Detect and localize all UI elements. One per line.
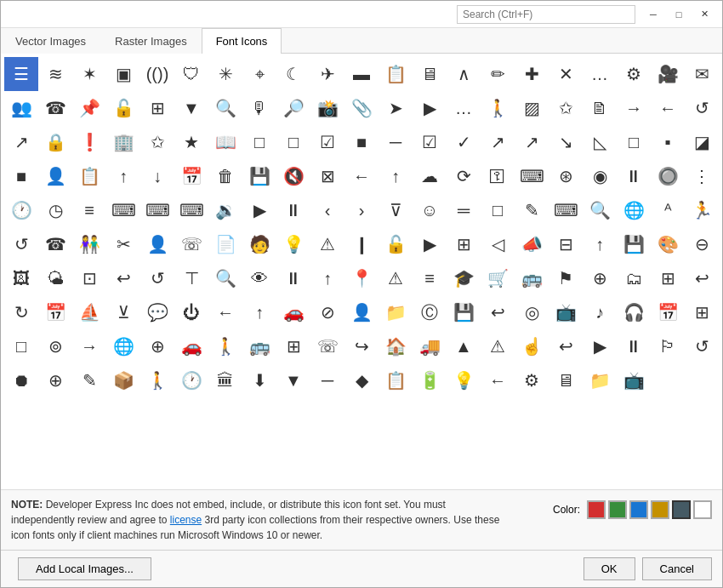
icon-cell[interactable]: ⚠: [310, 227, 344, 261]
icon-cell[interactable]: ☎: [38, 91, 72, 125]
icon-cell[interactable]: ⊤: [174, 261, 208, 295]
icon-cell[interactable]: 🌤: [38, 261, 72, 295]
icon-cell[interactable]: 📅: [174, 159, 208, 193]
icon-cell[interactable]: ⊕: [583, 261, 617, 295]
icon-cell[interactable]: ⊠: [310, 159, 344, 193]
icon-cell[interactable]: 🎓: [447, 261, 481, 295]
icon-cell[interactable]: ⏺: [4, 363, 38, 397]
icon-cell[interactable]: ⊛: [549, 159, 583, 193]
icon-cell[interactable]: ⌨: [106, 193, 140, 227]
icon-cell[interactable]: ⊚: [38, 329, 72, 363]
license-link[interactable]: license: [170, 514, 202, 526]
icon-cell[interactable]: 🏃: [685, 193, 719, 227]
icon-cell[interactable]: ⌨: [549, 193, 583, 227]
icon-cell[interactable]: ↻: [4, 295, 38, 329]
icon-cell[interactable]: ✩: [549, 91, 583, 125]
icon-cell[interactable]: ←: [344, 159, 379, 193]
icon-cell[interactable]: 🛒: [481, 261, 515, 295]
icon-cell[interactable]: ☁: [413, 159, 447, 193]
icon-cell[interactable]: ⌨: [515, 159, 549, 193]
icon-cell[interactable]: 🔘: [651, 159, 685, 193]
icon-cell[interactable]: 🚗: [276, 295, 310, 329]
icon-cell[interactable]: ↑: [310, 261, 344, 295]
icon-cell[interactable]: ◆: [344, 363, 379, 397]
icon-cell[interactable]: 🖼: [4, 261, 38, 295]
tab-raster-images[interactable]: Raster Images: [100, 28, 202, 54]
icon-cell[interactable]: 🚚: [413, 329, 447, 363]
icon-cell[interactable]: ↺: [4, 227, 38, 261]
icon-cell[interactable]: ↑: [106, 159, 140, 193]
icon-cell[interactable]: ↩: [685, 261, 719, 295]
icon-cell[interactable]: ☑: [310, 125, 344, 159]
icon-cell[interactable]: ⊽: [379, 193, 413, 227]
icon-cell[interactable]: ↓: [140, 159, 174, 193]
icon-cell[interactable]: ⊡: [72, 261, 106, 295]
icon-cell[interactable]: …: [583, 57, 617, 91]
icon-cell[interactable]: (()): [140, 57, 174, 91]
icon-cell[interactable]: 🗎: [583, 91, 617, 125]
icon-cell[interactable]: ▶: [242, 193, 276, 227]
icon-cell[interactable]: 📎: [344, 91, 379, 125]
icon-cell[interactable]: 🕐: [174, 363, 208, 397]
icon-cell[interactable]: 🎨: [651, 227, 685, 261]
icon-cell[interactable]: 🔓: [106, 91, 140, 125]
icon-cell[interactable]: ⊞: [140, 91, 174, 125]
icon-cell[interactable]: 🗂: [617, 261, 651, 295]
icon-cell[interactable]: …: [447, 91, 481, 125]
icon-cell[interactable]: ↩: [106, 261, 140, 295]
icon-cell[interactable]: ✩: [140, 125, 174, 159]
icon-cell[interactable]: Ⓒ: [413, 295, 447, 329]
icon-cell[interactable]: ≡: [413, 261, 447, 295]
icon-cell[interactable]: ➤: [379, 91, 413, 125]
cancel-button[interactable]: Cancel: [642, 557, 712, 580]
icon-cell[interactable]: ◪: [685, 125, 719, 159]
tab-font-icons[interactable]: Font Icons: [202, 28, 282, 54]
icon-cell[interactable]: ☾: [276, 57, 310, 91]
color-swatch[interactable]: [693, 500, 712, 519]
icon-cell[interactable]: ↑: [242, 295, 276, 329]
icon-cell[interactable]: ▼: [174, 91, 208, 125]
icon-cell[interactable]: □: [276, 125, 310, 159]
icon-cell[interactable]: 🏛: [208, 363, 242, 397]
icon-cell[interactable]: 🎙: [242, 91, 276, 125]
color-swatch[interactable]: [629, 500, 648, 519]
icon-cell[interactable]: ▪: [651, 125, 685, 159]
icon-cell[interactable]: ᴬ: [651, 193, 685, 227]
icon-cell[interactable]: ▶: [583, 329, 617, 363]
icon-cell[interactable]: 🚌: [515, 261, 549, 295]
search-box[interactable]: [457, 5, 635, 24]
icon-cell[interactable]: ↺: [685, 91, 719, 125]
icon-cell[interactable]: 🔍: [208, 261, 242, 295]
icon-cell[interactable]: □: [242, 125, 276, 159]
icon-cell[interactable]: 💡: [447, 363, 481, 397]
icon-cell[interactable]: ═: [447, 193, 481, 227]
icon-cell[interactable]: 🔍: [583, 193, 617, 227]
icon-cell[interactable]: ⏸: [276, 261, 310, 295]
icon-cell[interactable]: 🎥: [651, 57, 685, 91]
icon-cell[interactable]: ⟳: [447, 159, 481, 193]
icon-cell[interactable]: ≋: [38, 57, 72, 91]
icon-cell[interactable]: 📍: [344, 261, 379, 295]
icon-cell[interactable]: 📅: [38, 295, 72, 329]
icon-cell[interactable]: 📺: [549, 295, 583, 329]
icon-cell[interactable]: ❗: [72, 125, 106, 159]
icon-cell[interactable]: ⌨: [140, 193, 174, 227]
icon-cell[interactable]: ↗: [515, 125, 549, 159]
icon-cell[interactable]: ♪: [583, 295, 617, 329]
icon-cell[interactable]: 🏢: [106, 125, 140, 159]
icon-cell[interactable]: 🔎: [276, 91, 310, 125]
icon-cell[interactable]: 📄: [208, 227, 242, 261]
icon-cell[interactable]: ⚙: [515, 363, 549, 397]
icon-cell[interactable]: 📋: [379, 57, 413, 91]
icon-cell[interactable]: 🖥: [413, 57, 447, 91]
icon-cell[interactable]: ⚠: [379, 261, 413, 295]
icon-cell[interactable]: ⛵: [72, 295, 106, 329]
icon-cell[interactable]: □: [4, 329, 38, 363]
icon-cell[interactable]: ⊞: [447, 227, 481, 261]
icon-cell[interactable]: 📌: [72, 91, 106, 125]
icon-cell[interactable]: ⌨: [174, 193, 208, 227]
icon-cell[interactable]: ↩: [481, 295, 515, 329]
icon-cell[interactable]: ✏: [481, 57, 515, 91]
icon-cell[interactable]: 🎧: [617, 295, 651, 329]
icon-cell[interactable]: 💾: [617, 227, 651, 261]
